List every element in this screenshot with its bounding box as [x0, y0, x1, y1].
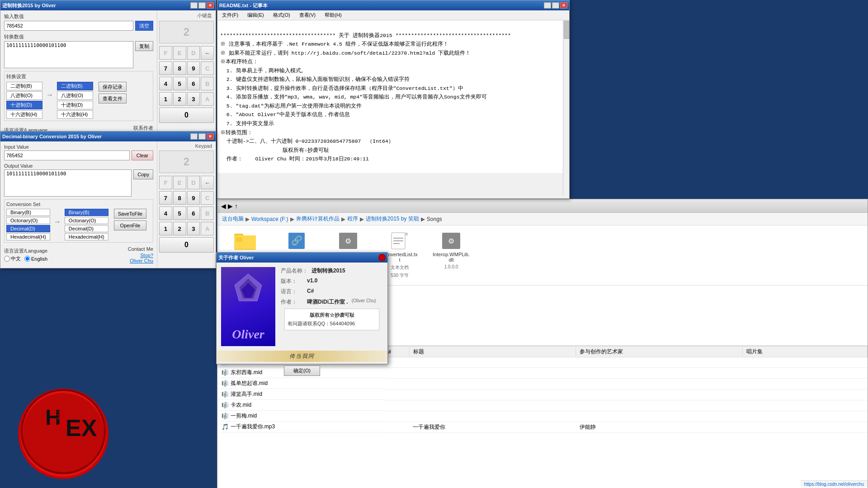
menu-view[interactable]: 查看(V) — [297, 11, 319, 19]
readme-maximize-btn[interactable]: □ — [552, 2, 559, 9]
breadcrumb-program[interactable]: 程序 — [347, 215, 358, 223]
key-D[interactable]: D — [187, 46, 200, 60]
cn-to-hex[interactable]: 十六进制(H) — [57, 110, 93, 119]
cn-from-decimal[interactable]: 十进制(D) — [6, 101, 42, 109]
en-open-btn[interactable]: OpenFile — [114, 221, 146, 230]
key-0[interactable]: 0 — [159, 108, 214, 123]
col-title[interactable]: 标题 — [409, 347, 576, 357]
en-key-C[interactable]: C — [201, 191, 214, 205]
en-minimize-btn[interactable]: ─ — [190, 133, 198, 140]
en-from-hex[interactable]: Hexadecimal(H) — [6, 233, 50, 240]
file-list-row[interactable]: 🎵 一千遍我爱你.mp3 一千遍我爱你 伊能静 — [218, 422, 868, 432]
en-copy-btn[interactable]: Copy — [133, 169, 153, 179]
col-album[interactable]: 唱片集 — [742, 347, 867, 357]
key-3[interactable]: 3 — [187, 92, 200, 106]
col-num[interactable]: # — [384, 347, 409, 357]
cn-to-decimal[interactable]: 十进制(D) — [57, 101, 93, 109]
en-key-7[interactable]: 7 — [159, 191, 172, 205]
en-to-octal[interactable]: Octonary(O) — [65, 217, 108, 224]
en-to-decimal[interactable]: Decimal(D) — [65, 225, 108, 232]
cn-view-btn[interactable]: 查看文件 — [99, 94, 127, 103]
cn-minimize-btn[interactable]: ─ — [190, 2, 198, 9]
key-8[interactable]: 8 — [173, 61, 186, 75]
key-5[interactable]: 5 — [173, 77, 186, 90]
key-C[interactable]: C — [201, 61, 214, 75]
key-backspace[interactable]: ← — [201, 46, 214, 60]
key-F[interactable]: F — [159, 46, 172, 60]
menu-format[interactable]: 格式(O) — [270, 11, 293, 19]
en-from-octal[interactable]: Octonary(O) — [6, 217, 50, 224]
cn-maximize-btn[interactable]: □ — [198, 2, 206, 9]
en-from-binary[interactable]: Binary(B) — [6, 209, 50, 216]
breadcrumb-computer[interactable]: 这台电脑 — [222, 215, 244, 223]
en-key-3[interactable]: 3 — [187, 222, 200, 235]
readme-close-btn[interactable]: ✕ — [560, 2, 567, 9]
en-from-decimal[interactable]: Decimal(D) — [6, 225, 50, 232]
file-list-row[interactable]: 🎼 一剪梅.mid — [218, 411, 868, 422]
file-list-row[interactable]: 🎼 卡农.mid — [218, 400, 868, 411]
en-key-6[interactable]: 6 — [187, 206, 200, 220]
cn-input-field[interactable] — [4, 21, 133, 31]
en-maximize-btn[interactable]: □ — [198, 133, 206, 140]
cn-clear-btn[interactable]: 清空 — [135, 21, 153, 31]
readme-scrollbar[interactable] — [563, 20, 569, 196]
back-icon[interactable]: ◀ — [221, 202, 226, 210]
key-6[interactable]: 6 — [187, 77, 200, 90]
key-1[interactable]: 1 — [159, 92, 172, 106]
key-2[interactable]: 2 — [173, 92, 186, 106]
en-stop-link[interactable]: Stop? — [140, 253, 153, 258]
icon-interop[interactable]: ⚙ Interop.WMPLib.dll 1.0.0.0 — [431, 230, 472, 271]
menu-file[interactable]: 文件(F) — [219, 11, 241, 19]
en-key-2[interactable]: 2 — [173, 222, 186, 235]
up-icon[interactable]: ↑ — [235, 202, 238, 210]
en-clear-btn[interactable]: Clear — [132, 150, 153, 160]
key-B[interactable]: B — [201, 77, 214, 90]
en-input-field[interactable] — [4, 150, 130, 160]
key-9[interactable]: 9 — [187, 61, 200, 75]
en-key-4[interactable]: 4 — [159, 206, 172, 220]
en-key-B[interactable]: B — [201, 206, 214, 220]
file-list-row[interactable]: 🎼 灌篮高手.mid — [218, 389, 868, 400]
en-save-btn[interactable]: SaveToFile — [114, 209, 146, 219]
en-radio-cn[interactable]: 中文 — [4, 255, 21, 262]
en-to-binary[interactable]: Binary(B) — [65, 209, 108, 216]
en-key-D[interactable]: D — [187, 176, 200, 189]
cn-from-binary[interactable]: 二进制(B) — [6, 82, 42, 90]
en-author-link[interactable]: Oliver Chu — [130, 258, 153, 263]
menu-edit[interactable]: 编辑(E) — [245, 11, 267, 19]
en-close-btn[interactable]: ✕ — [207, 133, 214, 140]
en-to-hex[interactable]: Hexadecimal(H) — [65, 233, 108, 240]
col-artist[interactable]: 参与创作的艺术家 — [576, 347, 742, 357]
about-ok-btn[interactable]: 确定(O) — [284, 366, 320, 376]
cn-save-btn[interactable]: 保存记录 — [99, 82, 127, 92]
cn-to-binary[interactable]: 二进制(B) — [57, 82, 93, 90]
key-A[interactable]: A — [201, 92, 214, 106]
key-2-big[interactable]: 2 — [159, 21, 214, 43]
en-key-0[interactable]: 0 — [159, 237, 214, 253]
en-radio-en[interactable]: English — [24, 256, 47, 262]
en-key-8[interactable]: 8 — [173, 191, 186, 205]
key-E[interactable]: E — [173, 46, 186, 60]
breadcrumb-workspace[interactable]: Workspace (F:) — [251, 216, 288, 222]
readme-minimize-btn[interactable]: ─ — [544, 2, 551, 9]
en-key-9[interactable]: 9 — [187, 191, 200, 205]
en-key-E[interactable]: E — [173, 176, 186, 189]
en-key-2-big[interactable]: 2 — [159, 150, 214, 173]
cn-close-btn[interactable]: ✕ — [207, 2, 214, 9]
breadcrumb-app[interactable]: 进制转换2015 by 笑聪 — [366, 215, 419, 223]
cn-copy-btn[interactable]: 复制 — [135, 41, 153, 51]
en-key-5[interactable]: 5 — [173, 206, 186, 220]
about-close-btn[interactable] — [378, 254, 386, 261]
en-key-1[interactable]: 1 — [159, 222, 172, 235]
en-key-backspace[interactable]: ← — [201, 176, 214, 189]
cn-from-octal[interactable]: 八进制(O) — [6, 91, 42, 100]
breadcrumb-songs[interactable]: Songs — [427, 216, 442, 222]
key-4[interactable]: 4 — [159, 77, 172, 90]
en-key-F[interactable]: F — [159, 176, 172, 189]
cn-from-hex[interactable]: 十六进制(H) — [6, 110, 42, 119]
menu-help[interactable]: 帮助(H) — [322, 11, 344, 19]
key-7[interactable]: 7 — [159, 61, 172, 75]
cn-to-octal[interactable]: 八进制(O) — [57, 91, 93, 100]
breadcrumb-cup[interactable]: 奔腾杯计算机作品 — [296, 215, 340, 223]
status-link[interactable]: https://blog.csdn.net/oliverchu — [804, 482, 864, 487]
